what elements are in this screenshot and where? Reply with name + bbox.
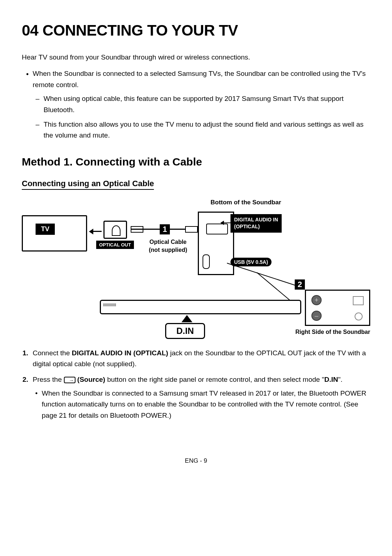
step-2-din: D.IN — [324, 376, 338, 383]
step-1-pre: Connect the — [33, 349, 72, 357]
connection-diagram: Bottom of the Soundbar TV OPTICAL OUT 1 … — [22, 199, 370, 337]
bottom-soundbar-label: Bottom of the Soundbar — [211, 199, 281, 206]
volume-minus-icon: – — [311, 311, 322, 321]
dash-item: This function also allows you to use the… — [44, 119, 370, 141]
usb-label: USB (5V 0.5A) — [230, 258, 271, 266]
step-2: Press the (Source) button on the right s… — [33, 374, 370, 421]
din-display-label: D.IN — [165, 323, 205, 339]
zoom-line — [227, 263, 303, 288]
usb-port-icon — [203, 254, 210, 269]
source-button-icon — [353, 296, 364, 305]
dash-list: When using optical cable, this feature c… — [33, 93, 370, 141]
sub-bullet-item: When the Soundbar is connected to a Sams… — [42, 388, 370, 421]
arrow-up-icon — [181, 315, 192, 322]
step-2-mid: button on the right side panel or remote… — [105, 376, 324, 383]
step-1: Connect the DIGITAL AUDIO IN (OPTICAL) j… — [33, 348, 370, 370]
optical-port-icon — [206, 224, 228, 234]
sub-heading: Connecting using an Optical Cable — [22, 179, 154, 190]
intro-text: Hear TV sound from your Soundbar through… — [22, 52, 370, 63]
section-heading: Method 1. Connecting with a Cable — [22, 156, 370, 168]
step-2-end: ". — [338, 376, 342, 383]
soundbar-port-panel — [198, 212, 234, 275]
tv-illustration: TV — [22, 215, 87, 252]
step-2-badge: 2 — [295, 279, 305, 290]
cable-connector-icon — [185, 226, 198, 233]
tv-port-illustration — [103, 221, 127, 239]
page-title: 04 CONNECTING TO YOUR TV — [22, 22, 370, 39]
source-icon — [64, 377, 75, 383]
page-footer: ENG - 9 — [22, 457, 370, 465]
bullet-text: When the Soundbar is connected to a sele… — [33, 70, 366, 88]
arrow-left-icon — [89, 226, 103, 237]
step-1-badge: 1 — [160, 224, 170, 234]
instruction-steps: Connect the DIGITAL AUDIO IN (OPTICAL) j… — [22, 348, 370, 421]
right-side-label: Right Side of the Soundbar — [295, 329, 370, 335]
soundbar-illustration — [100, 300, 301, 314]
soundbar-grille-icon — [103, 303, 116, 306]
volume-plus-icon: + — [311, 295, 322, 305]
optical-out-label: OPTICAL OUT — [96, 241, 134, 249]
soundbar-side-panel: + – — [305, 290, 370, 326]
step-2-bold: (Source) — [75, 376, 105, 383]
main-bullets: When the Soundbar is connected to a sele… — [22, 68, 370, 141]
optical-cable-label: Optical Cable (not supplied) — [149, 238, 187, 254]
step-2-pre: Press the — [33, 376, 64, 383]
power-button-icon — [355, 312, 363, 320]
dash-item: When using optical cable, this feature c… — [44, 93, 370, 115]
step-2-sub-bullets: When the Soundbar is connected to a Sams… — [33, 388, 370, 421]
digital-audio-label: DIGITAL AUDIO IN (OPTICAL) — [230, 214, 282, 233]
step-1-bold: DIGITAL AUDIO IN (OPTICAL) — [72, 349, 168, 357]
tv-label: TV — [36, 224, 55, 235]
bullet-item: When the Soundbar is connected to a sele… — [33, 68, 370, 141]
